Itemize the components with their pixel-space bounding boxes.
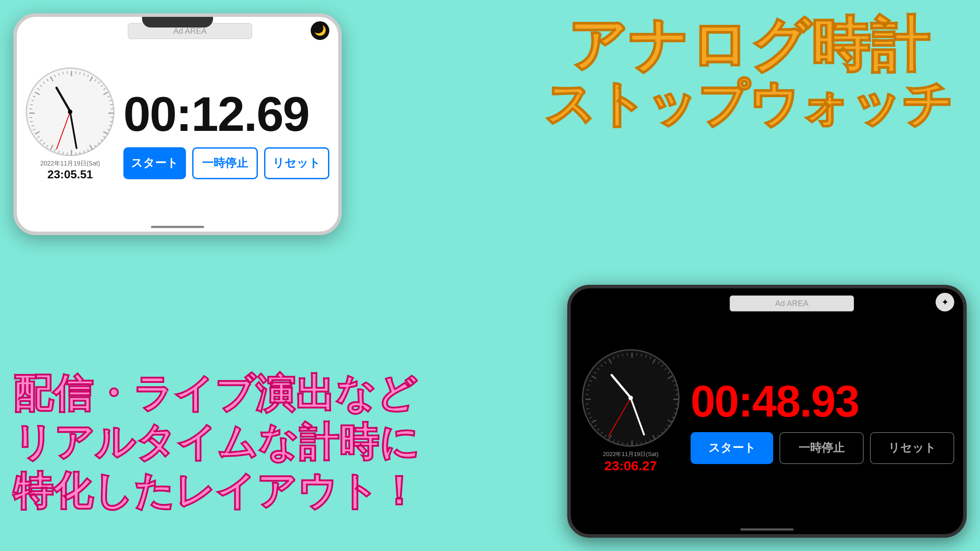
side-button-dark (963, 324, 967, 350)
svg-line-22 (101, 139, 103, 141)
svg-line-46 (30, 109, 32, 109)
svg-line-28 (80, 152, 80, 154)
svg-line-103 (586, 409, 589, 409)
svg-line-57 (59, 73, 59, 75)
svg-line-71 (672, 380, 674, 381)
button-row-light: スタート 一時停止 リセット (123, 147, 329, 179)
svg-line-115 (609, 359, 612, 363)
svg-line-86 (650, 439, 651, 441)
mode-button-dark[interactable]: ✦ (936, 293, 954, 311)
svg-line-85 (653, 435, 656, 440)
svg-line-78 (674, 413, 676, 414)
description-line2: リアルタイムな計時に (13, 418, 420, 467)
date-label-dark: 2022年11月19日(Sat) (603, 450, 658, 458)
svg-line-20 (103, 131, 108, 134)
app-title-line1: アナログ時計 (545, 13, 953, 77)
svg-line-14 (111, 109, 114, 109)
svg-line-13 (110, 104, 113, 105)
svg-line-111 (594, 372, 597, 374)
svg-line-17 (110, 121, 113, 122)
svg-line-102 (588, 413, 590, 414)
svg-line-50 (35, 92, 40, 94)
svg-line-56 (54, 75, 55, 77)
svg-line-74 (676, 394, 678, 395)
svg-line-81 (668, 425, 670, 427)
reset-button-light[interactable]: リセット (264, 147, 329, 179)
svg-line-66 (658, 362, 660, 364)
svg-line-110 (592, 376, 596, 379)
svg-line-68 (665, 368, 667, 370)
pause-button-light[interactable]: 一時停止 (192, 147, 257, 179)
svg-line-89 (636, 443, 637, 445)
svg-line-3 (84, 73, 85, 75)
svg-line-114 (605, 362, 606, 364)
svg-line-112 (597, 368, 599, 370)
svg-line-25 (90, 145, 93, 149)
time-small-dark: 23:06.27 (605, 458, 657, 473)
svg-line-34 (54, 149, 55, 151)
svg-line-83 (661, 432, 663, 434)
svg-line-69 (668, 372, 670, 374)
svg-line-106 (586, 394, 589, 395)
svg-line-108 (588, 385, 590, 386)
svg-line-36 (47, 145, 48, 147)
svg-line-35 (51, 145, 53, 149)
svg-line-64 (650, 357, 651, 359)
svg-line-82 (665, 429, 667, 430)
svg-line-97 (601, 432, 603, 434)
home-indicator-light (151, 226, 204, 228)
svg-line-65 (653, 359, 656, 363)
pause-button-dark[interactable]: 一時停止 (779, 432, 864, 464)
svg-line-91 (627, 443, 628, 445)
svg-line-37 (43, 142, 45, 144)
phone-light-mockup: Ad AREA 🌙 2022年11月19日 (13, 13, 342, 235)
svg-line-72 (674, 385, 676, 386)
description-line1: 配信・ライブ演出など (13, 369, 420, 418)
svg-line-63 (646, 355, 647, 358)
svg-line-92 (622, 442, 623, 445)
svg-line-42 (32, 125, 34, 126)
svg-line-79 (672, 417, 674, 418)
svg-line-53 (43, 82, 45, 83)
analog-clock-dark: 2022年11月19日(Sat) 23:06.27 (571, 288, 686, 534)
button-row-dark: スタート 一時停止 リセット (691, 432, 954, 464)
svg-line-1 (75, 71, 76, 74)
svg-line-80 (668, 420, 672, 423)
svg-line-41 (33, 129, 35, 130)
svg-line-67 (661, 365, 663, 366)
svg-line-38 (40, 139, 42, 141)
svg-line-109 (589, 380, 592, 381)
time-small-light: 23:05.51 (47, 168, 93, 181)
svg-line-107 (586, 390, 589, 390)
app-title-line2: ストップウォッチ (545, 77, 953, 130)
svg-line-58 (63, 72, 63, 75)
mode-button-light[interactable]: 🌙 (311, 21, 329, 40)
svg-line-27 (84, 150, 85, 153)
svg-line-98 (597, 429, 599, 430)
svg-line-70 (668, 376, 672, 379)
start-button-light[interactable]: スタート (123, 147, 186, 179)
svg-line-10 (103, 92, 108, 94)
reset-button-dark[interactable]: リセット (870, 432, 954, 464)
svg-line-11 (107, 96, 110, 97)
svg-line-61 (636, 353, 637, 356)
svg-line-43 (30, 121, 33, 122)
svg-line-18 (109, 125, 112, 126)
svg-line-44 (30, 117, 32, 118)
svg-line-119 (627, 353, 628, 356)
start-button-dark[interactable]: スタート (691, 432, 773, 464)
svg-line-55 (51, 76, 53, 81)
notch (142, 17, 213, 28)
svg-line-54 (47, 79, 48, 81)
svg-line-104 (586, 404, 589, 404)
svg-line-73 (675, 390, 678, 390)
svg-line-100 (592, 420, 596, 423)
svg-line-32 (63, 152, 63, 154)
svg-line-94 (613, 439, 614, 441)
svg-line-2 (80, 72, 80, 75)
svg-line-26 (87, 149, 88, 151)
date-label-light: 2022年11月19日(Sat) (40, 160, 100, 168)
svg-line-49 (33, 96, 35, 97)
app-title: アナログ時計 ストップウォッチ (545, 13, 953, 130)
svg-line-33 (59, 150, 59, 153)
